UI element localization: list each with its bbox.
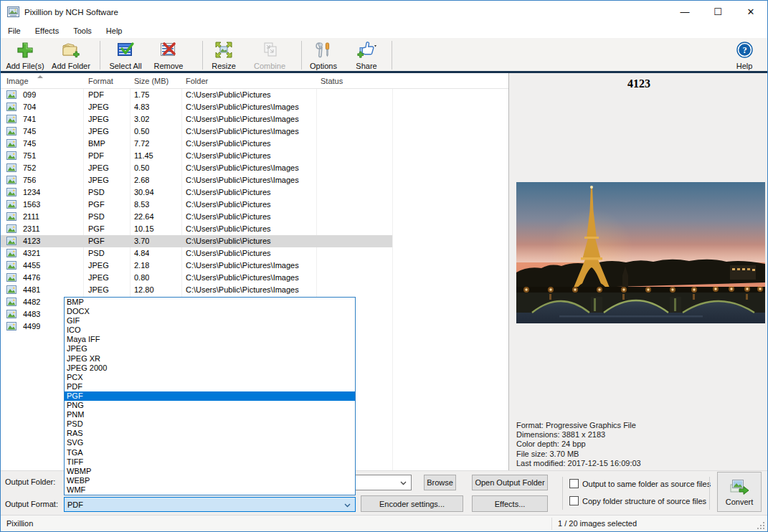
image-file-icon	[6, 310, 16, 318]
minimize-button[interactable]: —	[668, 1, 701, 23]
encoder-settings-button[interactable]: Encoder settings...	[361, 495, 463, 512]
menu-item[interactable]: Tools	[66, 24, 99, 37]
format-option[interactable]: ICO	[65, 326, 355, 335]
format-option[interactable]: GIF	[65, 316, 355, 326]
image-file-icon	[6, 212, 16, 221]
status-bar: Pixillion 1 / 20 images selected	[1, 515, 767, 532]
same-folder-checkbox-label: Output to same folder as source files	[582, 480, 711, 488]
format-option[interactable]: DOCX	[65, 307, 355, 316]
menu-item[interactable]: Help	[99, 24, 130, 37]
file-row[interactable]: 2111 PSD 22.64 C:\Users\Public\Pictures	[1, 211, 392, 223]
status-selection-count: 1 / 20 images selected	[558, 519, 637, 528]
format-option[interactable]: PNM	[65, 410, 355, 419]
output-format-label: Output Format:	[5, 500, 58, 508]
file-row[interactable]: 4481 JPEG 12.80 C:\Users\Public\Pictures…	[1, 284, 392, 296]
file-row[interactable]: 4455 JPEG 2.18 C:\Users\Public\Pictures\…	[1, 260, 392, 272]
column-header-status[interactable]: Status	[321, 77, 343, 85]
format-option[interactable]: WBMP	[65, 467, 355, 476]
format-option[interactable]: PGF	[65, 391, 355, 401]
toolbar-separator	[100, 41, 100, 70]
file-row[interactable]: 1563 PGF 8.53 C:\Users\Public\Pictures	[1, 199, 392, 211]
maximize-button[interactable]: ☐	[701, 1, 734, 23]
file-row[interactable]: 704 JPEG 4.83 C:\Users\Public\Pictures\I…	[1, 101, 392, 113]
status-separator	[551, 518, 552, 530]
format-option[interactable]: WMF	[65, 485, 355, 495]
file-row[interactable]: 1234 PSD 30.94 C:\Users\Public\Pictures	[1, 186, 392, 199]
same-folder-checkbox[interactable]	[569, 479, 579, 488]
column-header-folder[interactable]: Folder	[186, 77, 208, 85]
options-gear-icon	[315, 40, 332, 60]
format-option[interactable]: PDF	[65, 382, 355, 391]
format-option[interactable]: PNG	[65, 401, 355, 410]
combine-icon	[260, 40, 279, 60]
column-header-size[interactable]: Size (MB)	[134, 77, 169, 85]
select-all-icon	[116, 40, 135, 60]
file-rows: 099 PDF 1.75 C:\Users\Public\Pictures 70…	[1, 89, 508, 333]
close-button[interactable]: ✕	[734, 1, 767, 23]
format-option[interactable]: JPEG	[65, 344, 355, 353]
combine-button[interactable]: Combine	[250, 39, 290, 70]
file-row[interactable]: 745 JPEG 0.50 C:\Users\Public\Pictures\I…	[1, 125, 392, 138]
toolbar-separator	[202, 41, 203, 70]
menu-item[interactable]: Effects	[28, 24, 66, 37]
file-row[interactable]: 2311 PGF 10.15 C:\Users\Public\Pictures	[1, 223, 392, 235]
options-button[interactable]: Options	[306, 39, 341, 70]
format-option[interactable]: PSD	[65, 419, 355, 429]
share-button[interactable]: Share	[349, 39, 384, 70]
format-option[interactable]: Maya IFF	[65, 335, 355, 344]
file-row[interactable]: 751 PDF 11.45 C:\Users\Public\Pictures	[1, 150, 392, 162]
help-button[interactable]: ? Help	[728, 39, 761, 70]
format-option[interactable]: SVG	[65, 438, 355, 447]
format-option[interactable]: JPEG XR	[65, 354, 355, 364]
preview-info-line: Color depth: 24 bpp	[516, 440, 641, 449]
open-output-folder-button[interactable]: Open Output Folder	[472, 475, 548, 490]
column-header-image[interactable]: Image	[6, 77, 29, 85]
file-row[interactable]: 752 JPEG 0.50 C:\Users\Public\Pictures\I…	[1, 162, 392, 174]
format-option[interactable]: WEBP	[65, 476, 355, 485]
convert-icon	[729, 478, 750, 495]
effects-button[interactable]: Effects...	[472, 495, 548, 512]
image-file-icon	[6, 237, 16, 245]
copy-structure-checkbox-label: Copy folder structure of source files	[582, 497, 706, 505]
output-format-combo[interactable]: PDF	[64, 497, 356, 512]
file-row[interactable]: 756 JPEG 2.68 C:\Users\Public\Pictures\I…	[1, 174, 392, 186]
remove-button[interactable]: Remove	[148, 39, 189, 70]
column-header-format[interactable]: Format	[88, 77, 113, 85]
select-all-button[interactable]: Select All	[105, 39, 146, 70]
format-option[interactable]: RAS	[65, 429, 355, 438]
image-file-icon	[6, 224, 16, 233]
image-file-icon	[6, 90, 16, 99]
panel-separator	[562, 477, 563, 510]
format-option[interactable]: JPEG 2000	[65, 364, 355, 373]
chevron-down-icon	[344, 503, 351, 508]
format-option[interactable]: TIFF	[65, 457, 355, 467]
file-row[interactable]: 4476 JPEG 0.80 C:\Users\Public\Pictures\…	[1, 272, 392, 284]
image-file-icon	[6, 249, 16, 257]
menu-item[interactable]: File	[1, 24, 28, 37]
preview-image	[516, 182, 765, 323]
image-file-icon	[6, 176, 16, 184]
copy-structure-checkbox[interactable]	[569, 496, 579, 505]
add-files-button[interactable]: Add File(s)	[4, 39, 47, 70]
format-option[interactable]: BMP	[65, 298, 355, 307]
browse-button[interactable]: Browse	[424, 475, 456, 490]
add-folder-button[interactable]: Add Folder	[48, 39, 94, 70]
file-row[interactable]: 099 PDF 1.75 C:\Users\Public\Pictures	[1, 89, 392, 101]
help-question-icon: ?	[736, 40, 753, 60]
file-row[interactable]: 741 JPEG 3.02 C:\Users\Public\Pictures\I…	[1, 113, 392, 125]
resize-button[interactable]: Resize	[206, 39, 242, 70]
file-row[interactable]: 4123 PGF 3.70 C:\Users\Public\Pictures	[1, 235, 392, 247]
window-title: Pixillion by NCH Software	[24, 8, 118, 16]
resize-grip[interactable]	[757, 522, 765, 530]
title-bar: Pixillion by NCH Software — ☐ ✕	[1, 1, 767, 23]
menu-bar: File Effects Tools Help	[1, 23, 767, 38]
file-row[interactable]: 745 BMP 7.72 C:\Users\Public\Pictures	[1, 138, 392, 150]
file-row[interactable]: 4321 PSD 4.84 C:\Users\Public\Pictures	[1, 247, 392, 260]
format-option[interactable]: PCX	[65, 373, 355, 382]
image-file-icon	[6, 115, 16, 123]
convert-button[interactable]: Convert	[717, 472, 762, 512]
image-file-icon	[6, 322, 16, 331]
preview-info-line: Format: Progressive Graphics File	[516, 421, 641, 430]
format-option[interactable]: TGA	[65, 448, 355, 457]
output-format-value: PDF	[67, 500, 83, 509]
